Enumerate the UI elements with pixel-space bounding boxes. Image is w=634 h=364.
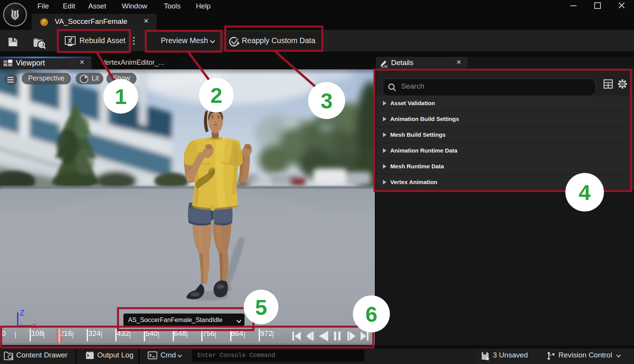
svg-text:Z: Z	[20, 308, 25, 317]
svg-text:Y: Y	[19, 322, 23, 327]
